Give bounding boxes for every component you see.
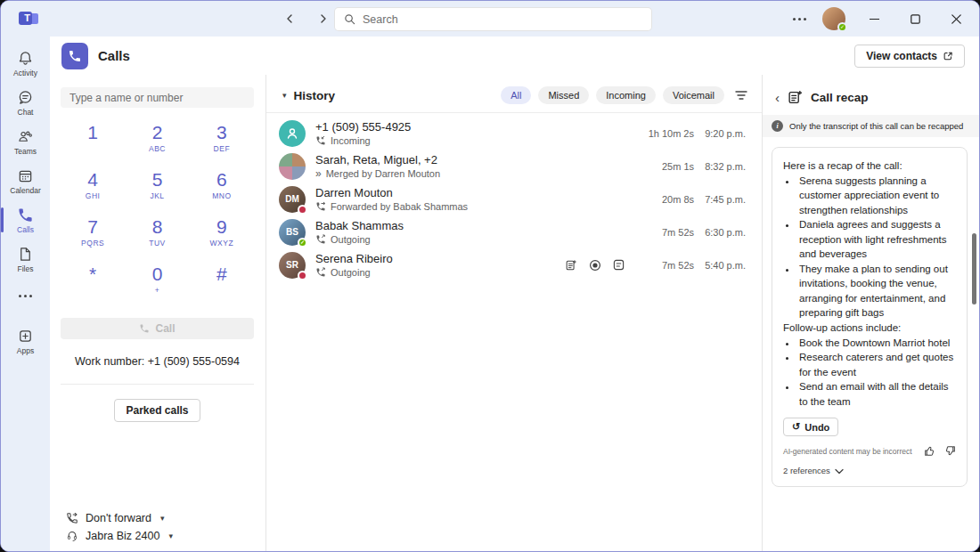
filter-icon[interactable] xyxy=(735,90,747,101)
presence-available-icon: ✓ xyxy=(837,22,847,32)
references-toggle[interactable]: 2 references xyxy=(783,465,956,477)
thumbs-down-icon[interactable] xyxy=(944,445,956,457)
dialpad-key-8[interactable]: 8TUV xyxy=(125,213,189,260)
dialpad-keys: 1 2ABC 3DEF 4GHI 5JKL 6MNO 7PQRS 8TUV 9W… xyxy=(61,118,254,307)
maximize-button[interactable] xyxy=(902,6,927,31)
call-recap-icon xyxy=(788,90,803,105)
presence-busy-icon xyxy=(298,271,307,280)
collapse-icon[interactable]: ▾ xyxy=(282,91,287,100)
call-history-row[interactable]: DM Darren Mouton Forwarded by Babak Sham… xyxy=(266,183,762,215)
dialpad-key-6[interactable]: 6MNO xyxy=(190,166,254,213)
call-history-row-selected[interactable]: SR Serena Ribeiro Outgoing xyxy=(266,248,762,281)
teams-logo-icon: T xyxy=(19,8,40,29)
recap-intro: Here is a recap of the call: xyxy=(783,158,956,174)
calendar-icon xyxy=(17,167,34,184)
presence-busy-icon xyxy=(298,205,307,215)
more-options-icon[interactable] xyxy=(793,18,806,20)
recording-icon[interactable] xyxy=(589,259,601,272)
back-icon[interactable]: ‹ xyxy=(775,92,780,104)
recap-followup-heading: Follow-up actions include: xyxy=(783,321,956,336)
recap-title: Call recap xyxy=(811,91,869,104)
phone-icon xyxy=(139,323,150,334)
recap-followup-list: Book the Downtown Marriot hotel Research… xyxy=(797,336,956,410)
recap-card: Here is a recap of the call: Serena sugg… xyxy=(772,147,968,487)
filter-all[interactable]: All xyxy=(501,86,531,104)
sidebar-item-teams[interactable]: Teams xyxy=(1,122,50,161)
avatar: BS ✓ xyxy=(279,219,306,246)
dialpad-key-4[interactable]: 4GHI xyxy=(61,166,125,213)
call-history-row[interactable]: BS ✓ Babak Shammas Outgoing xyxy=(266,215,762,248)
call-button[interactable]: Call xyxy=(61,318,254,339)
dialpad-key-5[interactable]: 5JKL xyxy=(125,166,189,213)
dialpad-key-7[interactable]: 7PQRS xyxy=(61,213,125,260)
dialpad-key-pound[interactable]: # xyxy=(190,260,254,307)
search-input[interactable]: Search xyxy=(335,8,651,30)
scrollbar-thumb[interactable] xyxy=(972,233,976,304)
dialpad-key-3[interactable]: 3DEF xyxy=(190,118,254,166)
call-time: 6:30 p.m. xyxy=(694,227,746,238)
apps-icon xyxy=(17,328,34,345)
sidebar-item-more[interactable] xyxy=(1,282,50,309)
call-history-row[interactable]: Sarah, Reta, Miguel, +2 » Merged by Darr… xyxy=(266,150,762,183)
dialpad-key-2[interactable]: 2ABC xyxy=(125,118,189,166)
filter-incoming[interactable]: Incoming xyxy=(596,86,656,104)
ai-disclaimer: AI-generated content may be incorrect xyxy=(783,446,912,457)
call-recap-icon[interactable] xyxy=(565,259,577,272)
profile-avatar[interactable]: ✓ xyxy=(822,7,845,30)
filter-voicemail[interactable]: Voicemail xyxy=(663,86,724,104)
app-rail: Activity Chat Teams Calendar Calls Files xyxy=(1,37,50,552)
open-external-icon xyxy=(943,51,953,61)
dialpad-key-0[interactable]: 0+ xyxy=(125,260,189,307)
file-icon xyxy=(17,246,34,263)
call-duration: 1h 10m 2s xyxy=(639,128,694,139)
dialpad-key-1[interactable]: 1 xyxy=(61,118,125,166)
back-button[interactable] xyxy=(279,8,300,29)
call-duration: 7m 52s xyxy=(639,227,694,238)
ellipsis-icon xyxy=(19,295,32,297)
recap-bullet: Send an email with all the details to th… xyxy=(797,379,956,409)
sidebar-item-chat[interactable]: Chat xyxy=(1,83,50,122)
audio-device-setting[interactable]: Jabra Biz 2400 ▾ xyxy=(66,530,254,542)
transcript-icon[interactable] xyxy=(613,259,625,271)
chevron-down-icon: ▾ xyxy=(168,532,173,540)
view-contacts-button[interactable]: View contacts xyxy=(854,45,965,68)
dial-input[interactable] xyxy=(61,87,254,108)
call-time: 5:40 p.m. xyxy=(694,260,746,271)
parked-calls-button[interactable]: Parked calls xyxy=(114,399,200,422)
sidebar-item-apps[interactable]: Apps xyxy=(1,321,50,361)
titlebar: T Search ✓ xyxy=(1,1,979,37)
filter-missed[interactable]: Missed xyxy=(538,86,589,104)
page-header: Calls View contacts xyxy=(50,37,979,75)
sidebar-item-files[interactable]: Files xyxy=(1,239,50,279)
avatar: SR xyxy=(279,252,306,279)
call-time: 8:32 p.m. xyxy=(694,161,746,172)
dialpad-key-star[interactable]: * xyxy=(61,260,125,307)
sidebar-item-calendar[interactable]: Calendar xyxy=(1,161,50,200)
chevron-down-icon: ▾ xyxy=(160,514,165,523)
sidebar-item-calls[interactable]: Calls xyxy=(1,200,50,239)
divider xyxy=(266,112,762,113)
dialpad-panel: 1 2ABC 3DEF 4GHI 5JKL 6MNO 7PQRS 8TUV 9W… xyxy=(50,75,265,552)
sidebar-item-activity[interactable]: Activity xyxy=(1,44,50,83)
incoming-call-icon xyxy=(315,135,326,146)
call-time: 7:45 p.m. xyxy=(694,194,746,205)
recap-bullet-list: Serena suggests planning a customer appr… xyxy=(797,174,956,321)
forwarding-setting[interactable]: Don't forward ▾ xyxy=(66,512,254,524)
avatar xyxy=(279,120,306,147)
recap-bullet: They make a plan to sending out invitati… xyxy=(797,262,956,321)
call-history-row[interactable]: +1 (509) 555-4925 Incoming 1h 10m 2s 9:2… xyxy=(266,117,762,150)
dialpad-key-9[interactable]: 9WXYZ xyxy=(190,213,254,260)
undo-icon: ↺ xyxy=(792,421,800,433)
forward-button[interactable] xyxy=(313,8,334,29)
close-button[interactable] xyxy=(943,6,968,31)
undo-button[interactable]: ↺ Undo xyxy=(783,418,838,436)
outgoing-call-icon xyxy=(315,267,326,278)
call-recap-panel: ‹ Call recap i Only the transcript of th… xyxy=(763,75,979,552)
recap-bullet: Serena suggests planning a customer appr… xyxy=(797,174,956,218)
minimize-button[interactable] xyxy=(862,6,886,31)
thumbs-up-icon[interactable] xyxy=(924,445,935,457)
recap-bullet: Book the Downtown Marriot hotel xyxy=(797,336,956,351)
call-time: 9:20 p.m. xyxy=(694,128,746,139)
merged-call-icon: » xyxy=(315,169,322,178)
history-title: History xyxy=(294,89,336,102)
